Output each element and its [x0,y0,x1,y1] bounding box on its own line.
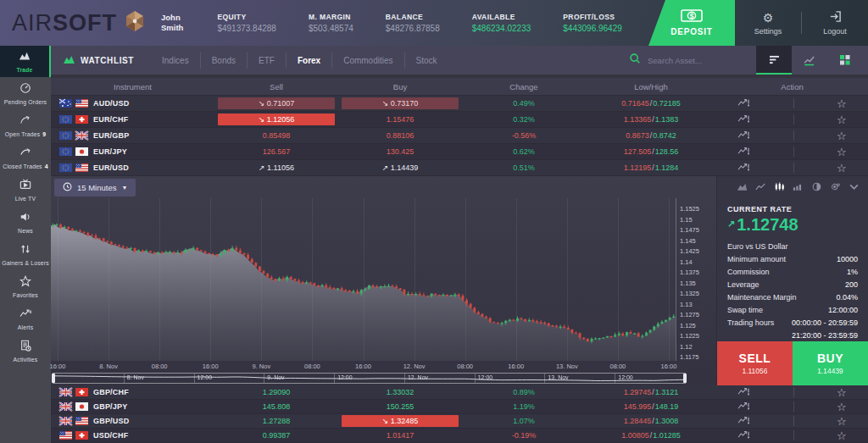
logout-button[interactable]: Logout [802,10,868,36]
tab-indices[interactable]: Indices [151,53,200,69]
buy-price[interactable]: 1.15476 [338,114,462,125]
bar-chart-icon[interactable] [793,180,804,195]
buy-price[interactable]: 0.88106 [338,130,462,141]
sidebar-item-closed-trades[interactable]: Closed Trades 4 [0,142,51,174]
trend-alert-icon[interactable] [737,386,750,398]
trend-alert-icon[interactable] [737,401,750,413]
contrast-icon[interactable] [811,180,822,195]
sell-price[interactable]: 0.85498 [214,130,338,141]
buy-button[interactable]: BUY 1.14439 [793,341,868,385]
flag-jp-icon [75,402,88,411]
low-high-cell: 127.505/128.56 [586,147,716,156]
grid-view-toggle[interactable] [827,46,863,75]
search-input[interactable] [648,56,749,65]
buy-price[interactable]: 130.425 [338,146,462,158]
favorite-star-icon[interactable]: ☆ [837,163,847,174]
sell-price[interactable]: 145.808 [214,401,338,413]
sell-price[interactable]: 126.567 [214,146,338,158]
chart-navigator[interactable]: 8. Nov12:009. Nov12:0012. Nov12:0013. No… [53,373,686,384]
instrument-row-eur-jpy[interactable]: EUR/JPY126.567130.4250.62%127.505/128.56… [51,144,868,160]
sell-price[interactable]: 1.27288 [214,415,338,427]
sell-price[interactable]: ↘ 0.71007 [214,97,338,109]
trend-alert-icon[interactable] [737,114,750,125]
instrument-row-gbp-chf[interactable]: GBP/CHF1.290901.330320.89%1.29745/1.3121… [51,385,868,400]
timeframe-dropdown[interactable]: 15 Minutes ▼ [54,179,136,197]
sidebar-item-favorites[interactable]: Favorites [0,271,51,302]
favorite-star-icon[interactable]: ☆ [837,147,847,158]
favorite-star-icon[interactable]: ☆ [837,401,847,413]
x-axis-tick: 12. Nov [403,363,426,370]
trend-alert-icon[interactable] [737,97,750,109]
chevron-down-icon[interactable] [849,180,860,195]
sell-price[interactable]: ↘ 1.12056 [214,114,338,125]
favorite-star-icon[interactable]: ☆ [837,130,847,141]
instrument-row-gbp-usd[interactable]: GBP/USD1.27288↘ 1.324851.07%1.28445/1.30… [51,414,868,429]
navigator-handle-left[interactable] [52,374,55,383]
area-chart-icon[interactable] [737,180,748,195]
sidebar-item-open-trades[interactable]: Open Trades 9 [0,110,51,141]
sell-button[interactable]: SELL 1.11056 [717,341,793,385]
pair-name: USD/CHF [93,431,128,440]
sidebar-item-alerts[interactable]: Alerts [0,303,51,335]
sidebar-item-trade[interactable]: Trade [0,46,51,77]
sidebar: TradePending OrdersOpen Trades 9Closed T… [0,46,51,443]
chart-toolbar: 15 Minutes ▼ [51,176,716,198]
sidebar-item-pending-orders[interactable]: Pending Orders [0,78,51,109]
favorite-star-icon[interactable]: ☆ [837,98,847,109]
sell-price[interactable]: 0.99387 [214,429,338,441]
favorite-star-icon[interactable]: ☆ [837,387,847,398]
account-stats: EQUITY$491373.84288M. MARGIN$503.48574BA… [217,13,648,33]
tab-stock[interactable]: Stock [404,53,448,69]
logo-hexagon-icon [124,10,146,36]
gear-icon: ⚙ [763,11,774,25]
y-axis-tick: 1.1325 [680,290,699,297]
buy-price[interactable]: ↘ 1.32485 [338,415,462,427]
buy-price[interactable]: ↘ 0.73170 [338,97,462,109]
instrument-row-gbp-jpy[interactable]: GBP/JPY145.808150.2551.19%145.995/148.19… [51,400,868,414]
instrument-row-usd-chf[interactable]: USD/CHF0.993871.01417-0.19%1.00805/1.012… [51,429,868,443]
chart-x-axis: 16:008. Nov08:0016:009. Nov08:0016:0012.… [51,361,676,373]
low-high-cell: 0.71645/0.72185 [586,99,716,108]
instrument-row-eur-chf[interactable]: EUR/CHF↘ 1.120561.154760.32%1.13365/1.13… [51,112,868,128]
column-header-low-high: Low/High [586,82,716,91]
trend-alert-icon[interactable] [737,130,750,141]
sidebar-item-gainers-losers[interactable]: Gainers & Losers [0,239,51,270]
sidebar-item-news[interactable]: News [0,207,51,238]
deposit-button[interactable]: $ DEPOSIT [648,0,735,46]
trend-alert-icon[interactable] [737,415,750,427]
pair-name: EUR/CHF [93,115,128,124]
trend-alert-icon[interactable] [737,429,750,441]
instrument-row-eur-usd[interactable]: EUR/USD↗ 1.11056↗ 1.144390.51%1.12195/1.… [51,160,868,176]
trend-alert-icon[interactable] [737,162,750,174]
gainers-losers-icon [19,243,31,258]
candlestick-chart-icon[interactable] [774,180,785,195]
tab-forex[interactable]: Forex [286,53,331,69]
user-name: John Smith [161,13,183,33]
buy-price[interactable]: ↗ 1.14439 [338,162,462,174]
sell-price[interactable]: ↗ 1.11056 [214,162,338,174]
buy-price[interactable]: 1.33032 [338,386,462,398]
favorite-star-icon[interactable]: ☆ [837,430,847,441]
sidebar-item-live-tv[interactable]: Live TV [0,174,51,206]
indicator-gear-icon[interactable] [830,180,841,195]
instrument-row-aud-usd[interactable]: AUD/USD↘ 0.71007↘ 0.731700.49%0.71645/0.… [51,96,868,112]
y-axis-tick: 1.1525 [680,205,699,213]
sidebar-item-activities[interactable]: Activities [0,335,51,367]
list-view-toggle[interactable] [756,46,792,75]
sell-price[interactable]: 1.29090 [214,386,338,398]
line-chart-icon[interactable] [755,180,766,195]
chart-view-toggle[interactable] [792,46,827,75]
tab-commodities[interactable]: Commodities [331,53,403,69]
tab-etf[interactable]: ETF [247,53,286,69]
buy-price[interactable]: 1.01417 [338,429,462,441]
favorite-star-icon[interactable]: ☆ [837,114,847,125]
instrument-row-eur-gbp[interactable]: EUR/GBP0.854980.88106-0.56%0.8673/0.8742… [51,128,868,144]
favorite-star-icon[interactable]: ☆ [837,416,847,427]
buy-price[interactable]: 150.255 [338,401,462,413]
settings-button[interactable]: ⚙ Settings [735,11,801,36]
price-chart[interactable]: 1.15251.151.14751.1451.14251.141.13751.1… [51,198,716,361]
navigator-handle-right[interactable] [683,374,687,383]
tab-bonds[interactable]: Bonds [200,53,247,69]
x-axis-tick: 08:00 [304,363,320,370]
trend-alert-icon[interactable] [737,146,750,158]
